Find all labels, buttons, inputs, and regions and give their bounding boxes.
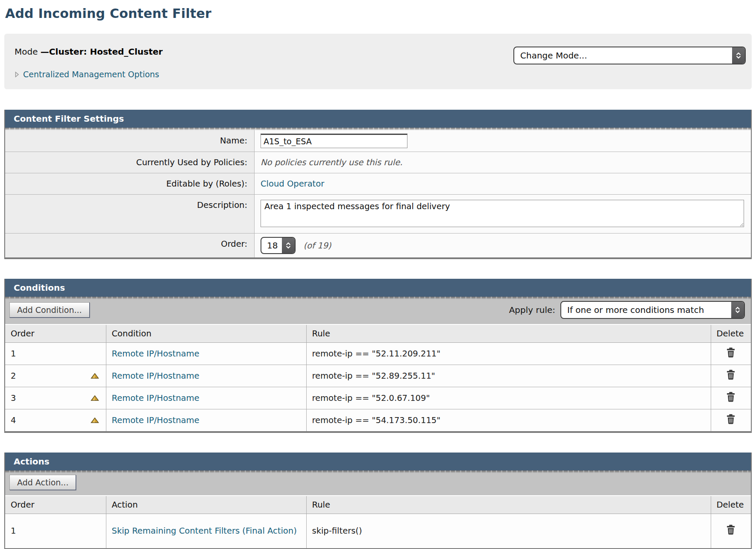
move-up-arrow-icon <box>91 396 99 403</box>
order-selected-value: 18 <box>261 238 282 253</box>
conditions-toolbar: Add Condition... Apply rule: If one or m… <box>5 297 751 324</box>
disclosure-triangle-icon[interactable] <box>15 71 19 78</box>
condition-row: 1 Remote IP/Hostname remote-ip == "52.11… <box>5 343 751 365</box>
move-up-arrow-icon <box>91 374 99 380</box>
select-spinner-icon <box>731 302 744 318</box>
settings-row-policies: Currently Used by Policies: No policies … <box>5 152 751 173</box>
move-up-arrow-icon <box>91 418 99 425</box>
content-filter-settings-section: Content Filter Settings Name: Currently … <box>4 110 752 259</box>
conditions-section-header: Conditions <box>5 279 751 297</box>
actions-table: Order Action Rule Delete 1 Skip Remainin… <box>5 495 751 548</box>
apply-rule-group: Apply rule: If one or more conditions ma… <box>509 301 745 319</box>
add-condition-button[interactable]: Add Condition... <box>9 302 90 318</box>
action-row: 1 Skip Remaining Content Filters (Final … <box>5 514 751 548</box>
description-textarea[interactable]: Area 1 inspected messages for final deli… <box>261 200 744 227</box>
conditions-table: Order Condition Rule Delete 1 Remote IP/… <box>5 324 751 431</box>
move-up-button[interactable] <box>91 373 99 379</box>
col-header-condition: Condition <box>106 324 306 343</box>
settings-section-header: Content Filter Settings <box>5 110 751 128</box>
order-of-total: (of 19) <box>303 241 331 251</box>
trash-icon <box>725 375 736 382</box>
settings-row-name: Name: <box>5 130 751 152</box>
condition-link[interactable]: Remote IP/Hostname <box>112 393 199 403</box>
apply-rule-label: Apply rule: <box>509 305 555 315</box>
condition-row: 3 Remote IP/Hostname remote-ip == "52.0.… <box>5 387 751 409</box>
cloud-operator-link[interactable]: Cloud Operator <box>261 179 324 189</box>
condition-order: 4 <box>11 415 16 425</box>
actions-section: Actions Add Action... Order Action Rule … <box>4 453 752 549</box>
centralized-management-options-link[interactable]: Centralized Management Options <box>23 70 159 79</box>
delete-condition-button[interactable] <box>725 347 736 358</box>
condition-link[interactable]: Remote IP/Hostname <box>112 415 199 425</box>
col-header-delete: Delete <box>711 496 751 514</box>
page-title: Add Incoming Content Filter <box>5 6 752 21</box>
condition-rule: remote-ip == "52.89.255.11" <box>312 371 435 381</box>
action-rule: skip-filters() <box>312 526 362 536</box>
col-header-rule: Rule <box>306 496 711 514</box>
action-order: 1 <box>11 526 16 536</box>
condition-link[interactable]: Remote IP/Hostname <box>112 371 199 381</box>
condition-order: 1 <box>11 349 16 359</box>
condition-row: 4 Remote IP/Hostname remote-ip == "54.17… <box>5 409 751 432</box>
condition-order: 2 <box>11 371 16 381</box>
name-input[interactable] <box>261 134 407 148</box>
conditions-section: Conditions Add Condition... Apply rule: … <box>4 279 752 433</box>
name-label: Name: <box>5 130 255 152</box>
toolbar-texture <box>5 297 751 299</box>
condition-row: 2 Remote IP/Hostname remote-ip == "52.89… <box>5 365 751 387</box>
col-header-delete: Delete <box>711 324 751 343</box>
delete-condition-button[interactable] <box>725 391 736 403</box>
change-mode-selected-value: Change Mode... <box>514 47 732 64</box>
policies-label: Currently Used by Policies: <box>5 152 255 173</box>
actions-toolbar: Add Action... <box>5 470 751 495</box>
settings-row-description: Description: Area 1 inspected messages f… <box>5 195 751 234</box>
apply-rule-selected-value: If one or more conditions match <box>561 302 731 318</box>
condition-rule: remote-ip == "52.0.67.109" <box>312 393 430 403</box>
move-up-button[interactable] <box>91 395 99 401</box>
centralized-management-line: Centralized Management Options <box>15 70 743 79</box>
toolbar-texture <box>5 470 751 473</box>
settings-row-editable: Editable by (Roles): Cloud Operator <box>5 173 751 195</box>
mode-label: Mode <box>15 47 38 57</box>
condition-rule: remote-ip == "52.11.209.211" <box>312 349 441 359</box>
trash-icon <box>725 353 736 359</box>
trash-icon <box>725 530 736 537</box>
settings-row-order: Order: 18 (of 19) <box>5 234 751 257</box>
condition-rule: remote-ip == "54.173.50.115" <box>312 415 441 425</box>
mode-panel: Mode —Cluster: Hosted_Cluster Change Mod… <box>4 34 752 89</box>
condition-link[interactable]: Remote IP/Hostname <box>112 349 199 359</box>
col-header-action: Action <box>106 496 306 514</box>
delete-condition-button[interactable] <box>725 414 736 425</box>
order-label: Order: <box>5 234 255 257</box>
col-header-order: Order <box>5 496 106 514</box>
actions-section-header: Actions <box>5 453 751 470</box>
mode-value: —Cluster: Hosted_Cluster <box>41 47 163 57</box>
actions-header-row: Order Action Rule Delete <box>5 496 751 514</box>
move-up-button[interactable] <box>91 417 99 423</box>
trash-icon <box>725 397 736 404</box>
col-header-order: Order <box>5 324 106 343</box>
action-link[interactable]: Skip Remaining Content Filters (Final Ac… <box>112 526 297 536</box>
editable-label: Editable by (Roles): <box>5 173 255 194</box>
apply-rule-select[interactable]: If one or more conditions match <box>560 301 745 319</box>
col-header-rule: Rule <box>306 324 711 343</box>
change-mode-select[interactable]: Change Mode... <box>513 47 746 64</box>
trash-icon <box>725 420 736 426</box>
delete-condition-button[interactable] <box>725 369 736 380</box>
condition-order: 3 <box>11 393 16 403</box>
add-action-button[interactable]: Add Action... <box>9 475 76 490</box>
delete-action-button[interactable] <box>725 524 736 535</box>
select-spinner-icon <box>282 238 295 253</box>
select-spinner-icon <box>732 47 745 64</box>
policies-value: No policies currently use this rule. <box>261 158 402 167</box>
conditions-header-row: Order Condition Rule Delete <box>5 324 751 343</box>
description-label: Description: <box>5 195 255 233</box>
order-select[interactable]: 18 <box>261 237 296 254</box>
page: Add Incoming Content Filter Mode —Cluste… <box>0 0 756 549</box>
